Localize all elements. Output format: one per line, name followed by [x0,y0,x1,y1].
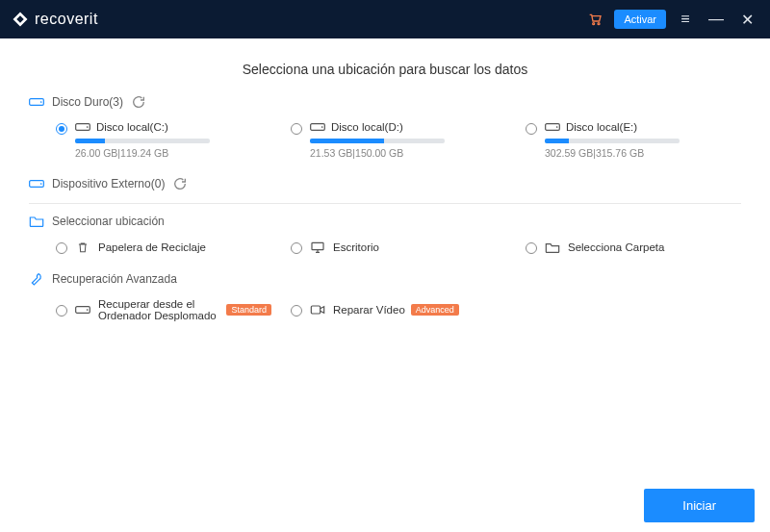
location-select-folder[interactable]: Selecciona Carpeta [526,241,741,254]
advanced-video-repair[interactable]: Reparar Vídeo Advanced [291,298,506,321]
brand-text: recoverit [35,11,98,28]
advanced-crash-recovery[interactable]: Recuperar desde el Ordenador Desplomado … [56,298,271,321]
standard-badge: Standard [226,304,271,316]
svg-point-5 [87,126,89,128]
activate-button[interactable]: Activar [614,8,666,31]
hdd-icon [310,121,325,133]
hdd-icon [75,121,90,133]
cart-icon[interactable] [583,8,606,31]
folder-icon [545,241,560,254]
radio-drive-e[interactable] [526,123,537,135]
hdd-icon [75,303,90,317]
advanced-badge: Advanced [411,304,459,316]
radio-video[interactable] [291,305,302,317]
desktop-icon [310,241,325,254]
radio-drive-d[interactable] [291,123,302,135]
drive-c[interactable]: Disco local(C:) 26.00 GB|119.24 GB [56,121,271,159]
svg-rect-15 [311,306,320,314]
section-advanced-header: Recuperación Avanzada [29,271,741,287]
hdd-icon [29,94,44,110]
svg-point-14 [87,309,89,311]
drive-d[interactable]: Disco local(D:) 21.53 GB|150.00 GB [291,121,506,159]
start-button[interactable]: Iniciar [644,489,755,522]
minimize-icon[interactable]: — [705,8,728,31]
section-external-header: Dispositivo Externo(0) [29,176,741,191]
section-hard-drive-header: Disco Duro(3) [29,94,741,110]
divider [29,203,741,204]
svg-rect-12 [312,242,323,249]
radio-drive-c[interactable] [56,123,67,135]
menu-icon[interactable]: ≡ [674,8,697,31]
location-desktop[interactable]: Escritorio [291,241,506,254]
folder-icon [29,214,44,229]
radio-folder[interactable] [526,242,537,254]
close-icon[interactable]: ✕ [735,8,758,31]
radio-crash[interactable] [56,305,67,317]
external-drive-icon [29,176,44,191]
location-recycle-bin[interactable]: Papelera de Reciclaje [56,241,271,254]
trash-icon [75,241,90,254]
drive-row: Disco local(C:) 26.00 GB|119.24 GB Disco… [29,121,741,159]
drive-e[interactable]: Disco local(E:) 302.59 GB|315.76 GB [526,121,741,159]
wrench-icon [29,271,44,287]
footer: Iniciar [0,478,770,532]
refresh-icon[interactable] [131,94,146,110]
svg-point-11 [40,183,42,185]
radio-desktop[interactable] [291,242,302,254]
hdd-icon [545,121,560,133]
radio-recycle[interactable] [56,242,67,254]
svg-point-0 [593,23,595,25]
svg-point-3 [40,101,42,103]
page-title: Selecciona una ubicación para buscar los… [29,62,741,77]
content-area: Selecciona una ubicación para buscar los… [0,38,770,478]
refresh-icon[interactable] [172,176,188,191]
section-location-header: Seleccionar ubicación [29,214,741,229]
advanced-row: Recuperar desde el Ordenador Desplomado … [29,298,741,321]
svg-point-7 [321,126,323,128]
logo-icon [12,11,29,28]
brand: recoverit [12,11,98,28]
video-icon [310,303,325,317]
svg-point-1 [598,23,600,25]
svg-point-9 [556,126,558,128]
location-row: Papelera de Reciclaje Escritorio Selecci… [29,241,741,254]
titlebar: recoverit Activar ≡ — ✕ [0,0,770,38]
